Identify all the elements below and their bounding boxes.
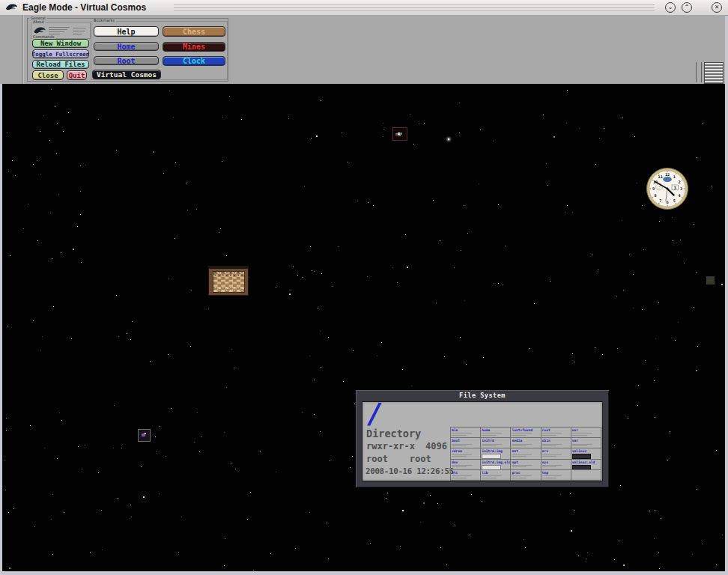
bookmarks-group-label: Bookmarks	[92, 19, 116, 22]
fs-grid-cell[interactable]: sys	[542, 460, 571, 470]
fs-grid-cell[interactable]: mnt	[511, 448, 541, 459]
fs-entry-name: lost+found	[512, 428, 540, 432]
about-label: About	[31, 20, 46, 24]
toggle-fullscreen-button[interactable]: Toggle Fullscreen	[32, 49, 89, 58]
fs-panel-content: / Directory rwxr-xr-x4096 root root 2008…	[362, 401, 603, 481]
globe-logo-icon	[664, 177, 672, 181]
fs-grid-cell[interactable]: initrd	[481, 438, 511, 448]
fs-entry-name: bin	[452, 428, 480, 432]
fs-entry-name: etc	[452, 471, 480, 475]
fs-grid-cell[interactable]: bin	[451, 428, 481, 438]
bookmark-mines-button[interactable]: Mines	[163, 42, 225, 52]
fs-grid-cell[interactable]: vmlinuz	[571, 448, 601, 459]
fs-grid-cell-empty	[571, 470, 601, 481]
fs-entry-name: opt	[512, 460, 540, 464]
scrollbar-grip[interactable]	[704, 62, 724, 84]
commands-group-label: Commands	[31, 35, 55, 39]
chess-mini-titlebar	[209, 267, 248, 269]
new-window-button[interactable]: New Window	[32, 39, 89, 48]
fs-grid-cell[interactable]: tmp	[542, 470, 571, 481]
svg-text:7: 7	[659, 198, 661, 203]
fs-entry-name: mnt	[512, 449, 540, 453]
file-system-panel[interactable]: File System / Directory rwxr-xr-x4096 ro…	[355, 389, 610, 488]
fs-owner-group: root root	[366, 454, 431, 464]
fs-entry-name: initrd.img	[482, 449, 510, 453]
file-thumbnail	[572, 465, 592, 470]
fs-grid-cell[interactable]: cdrom	[451, 448, 481, 459]
fs-grid-cell[interactable]: etc	[451, 470, 481, 481]
fs-entry-name: sbin	[542, 439, 571, 442]
fs-entry-name: initrd.img.old	[482, 460, 510, 464]
fs-entry-name: lib	[482, 471, 510, 475]
scrollbar-track-line	[696, 62, 697, 82]
bookmark-root-button[interactable]: Root	[94, 56, 159, 65]
svg-text:12: 12	[665, 172, 670, 177]
fs-size: 4096	[425, 441, 447, 451]
fs-directory-grid: binbootcdromdevetchomeinitrdinitrd.imgin…	[450, 427, 601, 481]
fs-grid-cell[interactable]: usr	[571, 428, 601, 438]
bookmark-home-button[interactable]: Home	[94, 42, 159, 51]
eagle-logo-icon	[5, 1, 18, 13]
chess-game-thumbnail[interactable]	[208, 266, 249, 296]
file-thumbnail	[482, 454, 501, 459]
fs-permissions: rwxr-xr-x4096	[366, 441, 447, 451]
fs-grid-cell[interactable]: lost+found	[511, 428, 541, 438]
fs-grid-cell[interactable]: proc	[511, 470, 541, 481]
eagle-mode-window: Eagle Mode - Virtual Cosmos ⌄ ⌃ ✕ Genera…	[0, 0, 728, 575]
fs-grid-cell[interactable]: lib	[481, 470, 511, 481]
fs-entry-name: sys	[542, 460, 571, 464]
analog-clock[interactable]: 123456789101112 3	[645, 166, 690, 211]
applet-thumbnail[interactable]	[138, 429, 151, 442]
fs-type-label: Directory	[366, 428, 421, 439]
fs-grid-cell[interactable]: initrd.img.old	[481, 460, 511, 470]
fs-entry-name: media	[512, 439, 540, 442]
fs-grid-cell[interactable]: media	[511, 438, 541, 448]
applet-sprite-icon	[142, 433, 145, 436]
bookmark-chess-button[interactable]: Chess	[163, 26, 225, 37]
bookmarks-group: Bookmarks Help Home Root Virtual Cosmos …	[91, 21, 228, 80]
fs-grid-cell[interactable]: opt	[511, 460, 541, 470]
fs-grid-cell[interactable]: home	[481, 428, 511, 438]
file-thumbnail	[572, 454, 592, 459]
fs-entry-name: initrd	[482, 439, 510, 442]
fs-entry-name: dev	[452, 460, 480, 464]
window-title: Eagle Mode - Virtual Cosmos	[22, 0, 146, 15]
bookmark-help-button[interactable]: Help	[94, 26, 159, 37]
shade-window-button[interactable]: ⌄	[665, 2, 676, 13]
fs-grid-cell[interactable]: var	[571, 438, 601, 448]
maximize-window-button[interactable]: ⌃	[682, 2, 692, 13]
mines-game-thumbnail[interactable]	[392, 127, 407, 141]
fs-entry-name: proc	[512, 471, 540, 475]
reload-files-button[interactable]: Reload Files	[32, 60, 89, 69]
svg-text:11: 11	[658, 174, 663, 179]
fs-grid-cell[interactable]: boot	[451, 438, 481, 448]
svg-text:5: 5	[673, 198, 676, 203]
mines-sprite-icon	[398, 133, 400, 135]
bookmark-virtual-cosmos-button[interactable]: Virtual Cosmos	[92, 70, 161, 79]
svg-text:2: 2	[678, 180, 680, 184]
fs-entry-name: srv	[542, 449, 571, 453]
svg-text:8: 8	[654, 193, 656, 198]
distant-object[interactable]	[706, 276, 715, 285]
file-thumbnail	[482, 465, 501, 470]
control-strip: General About Commands New Window Toggle…	[0, 15, 725, 84]
close-button[interactable]: Close	[32, 70, 64, 80]
fs-panel-title: File System	[356, 392, 609, 399]
fs-grid-cell[interactable]: srv	[542, 448, 571, 459]
fs-entry-name: usr	[572, 428, 601, 432]
fs-entry-name: vmlinuz	[572, 449, 601, 453]
bookmark-clock-button[interactable]: Clock	[163, 56, 225, 66]
fs-root-path: /	[367, 398, 383, 430]
virtual-cosmos-view[interactable]: 123456789101112 3 File System / Director…	[2, 84, 725, 571]
quit-button[interactable]: Quit	[67, 70, 87, 80]
fs-grid-cell[interactable]: root	[542, 428, 571, 438]
fs-entry-name: cdrom	[452, 449, 480, 453]
fs-grid-cell[interactable]: vmlinuz.old	[571, 460, 601, 470]
fs-grid-cell[interactable]: sbin	[542, 438, 571, 448]
close-window-button[interactable]: ✕	[712, 2, 722, 13]
chess-board	[213, 271, 245, 293]
fs-grid-cell[interactable]: initrd.img	[481, 448, 511, 459]
fs-grid-cell[interactable]: dev	[451, 460, 481, 470]
titlebar[interactable]: Eagle Mode - Virtual Cosmos ⌄ ⌃ ✕	[0, 0, 728, 16]
svg-text:4: 4	[678, 193, 680, 198]
